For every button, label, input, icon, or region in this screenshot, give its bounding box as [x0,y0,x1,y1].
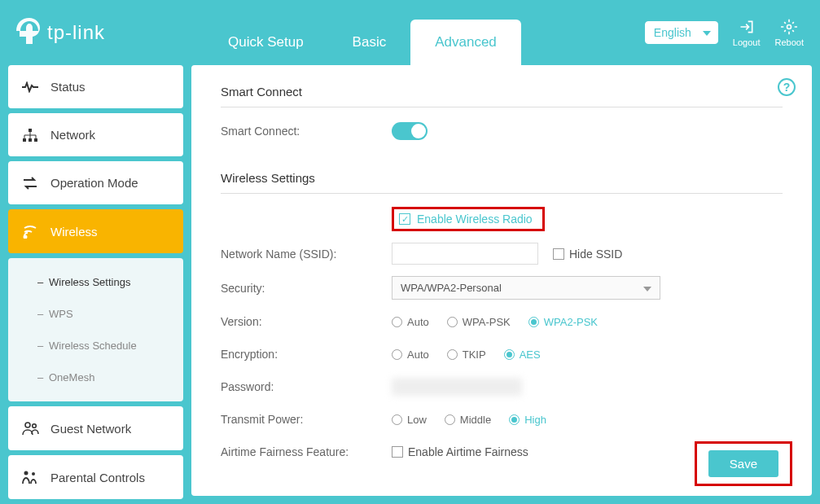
logout-button[interactable]: Logout [733,19,761,47]
sidebar-item-network[interactable]: Network [8,113,183,156]
enable-radio-highlight: ✓ Enable Wireless Radio [392,207,545,231]
smart-connect-toggle[interactable] [392,122,428,140]
sidebar-item-parental-controls[interactable]: Parental Controls [8,455,183,499]
svg-point-6 [25,423,30,427]
main: Status Network Operation Mode Wireless W… [0,65,820,504]
version-wpa-psk-radio[interactable]: WPA-PSK [447,316,511,328]
section-smart-connect-title: Smart Connect [221,85,783,107]
label-transmit-power: Transmit Power: [221,413,392,426]
guest-network-icon [21,421,39,436]
submenu-wireless-settings[interactable]: Wireless Settings [8,266,183,298]
row-password: Password: [221,376,783,397]
hide-ssid-label: Hide SSID [569,248,622,261]
power-high-radio[interactable]: High [509,414,546,426]
label-smart-connect: Smart Connect: [221,125,392,138]
password-field[interactable] [392,378,522,396]
sidebar-submenu: Wireless Settings WPS Wireless Schedule … [8,258,183,401]
airtime-checkbox[interactable] [392,446,403,458]
ssid-input[interactable] [392,243,538,265]
svg-rect-4 [34,138,37,142]
tab-advanced[interactable]: Advanced [410,20,521,65]
brand-logo: tp-link [16,18,105,47]
encryption-aes-radio[interactable]: AES [504,348,541,361]
status-icon [21,81,39,93]
wireless-icon [21,224,39,239]
encryption-auto-radio[interactable]: Auto [392,348,429,361]
brand-text: tp-link [47,21,105,44]
help-icon[interactable]: ? [778,78,796,96]
sidebar-item-wireless[interactable]: Wireless [8,209,183,253]
enable-radio-label: Enable Wireless Radio [417,213,533,226]
tp-logo-icon [16,18,42,47]
label-airtime: Airtime Fairness Feature: [221,445,392,458]
section-wireless-settings-title: Wireless Settings [221,171,783,194]
header: tp-link Quick Setup Basic Advanced Engli… [0,0,820,65]
operation-mode-icon [21,177,39,190]
network-icon [21,129,39,142]
power-middle-radio[interactable]: Middle [445,414,491,426]
submenu-onemesh[interactable]: OneMesh [8,362,183,393]
content-panel: ? Smart Connect Smart Connect: Wireless … [191,65,812,496]
sidebar-item-status[interactable]: Status [8,65,183,108]
airtime-label: Enable Airtime Fairness [408,445,528,458]
enable-radio-checkbox[interactable]: ✓ [399,213,410,225]
version-auto-radio[interactable]: Auto [392,316,429,328]
save-button[interactable]: Save [708,450,778,477]
power-low-radio[interactable]: Low [392,414,427,426]
svg-point-5 [24,236,27,239]
hide-ssid-checkbox[interactable] [553,248,564,260]
row-smart-connect: Smart Connect: [221,121,783,142]
label-ssid: Network Name (SSID): [221,248,392,261]
tab-basic[interactable]: Basic [328,20,411,65]
svg-point-0 [787,24,791,28]
label-security: Security: [221,282,392,295]
reboot-button[interactable]: Reboot [775,19,804,47]
row-ssid: Network Name (SSID): Hide SSID [221,243,783,265]
row-version: Version: Auto WPA-PSK WPA2-PSK [221,311,783,332]
header-right: English Logout Reboot [645,19,804,47]
reboot-icon [780,19,798,35]
label-encryption: Encryption: [221,348,392,361]
row-enable-radio: ✓ Enable Wireless Radio [221,207,783,231]
svg-point-8 [24,471,29,476]
logout-icon [738,19,756,35]
svg-rect-3 [29,138,32,142]
security-select[interactable]: WPA/WPA2-Personal [392,276,660,300]
save-highlight: Save [695,441,792,486]
label-password: Password: [221,380,392,393]
submenu-wps[interactable]: WPS [8,298,183,330]
sidebar-item-operation-mode[interactable]: Operation Mode [8,161,183,204]
nav-tabs: Quick Setup Basic Advanced [204,20,521,65]
version-wpa2-psk-radio[interactable]: WPA2-PSK [528,316,598,328]
sidebar-item-guest-network[interactable]: Guest Network [8,406,183,450]
svg-rect-2 [23,138,26,142]
parental-controls-icon [21,470,39,484]
svg-point-9 [32,472,35,476]
row-security: Security: WPA/WPA2-Personal [221,276,783,300]
language-select[interactable]: English [645,21,718,44]
language-select-wrap: English [645,21,718,44]
svg-rect-1 [29,129,32,132]
encryption-tkip-radio[interactable]: TKIP [447,348,486,361]
sidebar: Status Network Operation Mode Wireless W… [8,65,183,496]
submenu-wireless-schedule[interactable]: Wireless Schedule [8,330,183,362]
row-encryption: Encryption: Auto TKIP AES [221,344,783,365]
label-version: Version: [221,315,392,328]
tab-quick-setup[interactable]: Quick Setup [204,20,328,65]
row-transmit-power: Transmit Power: Low Middle High [221,409,783,430]
svg-point-7 [33,424,37,428]
